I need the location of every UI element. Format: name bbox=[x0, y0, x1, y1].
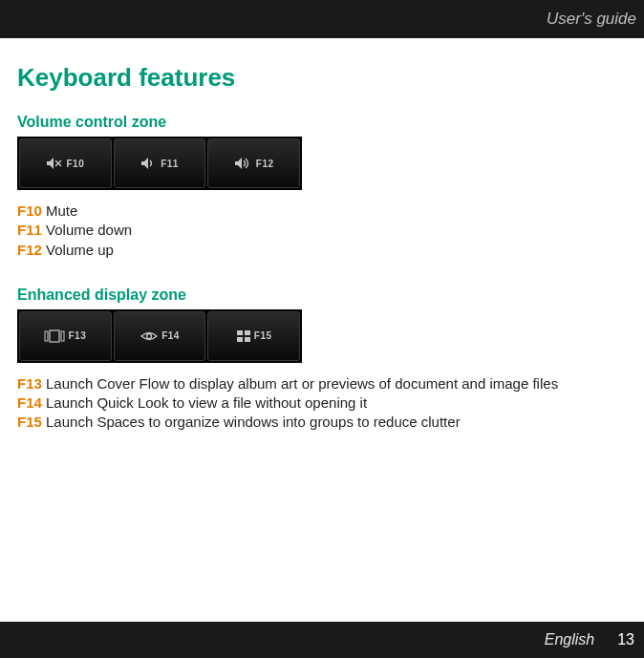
vol-down-icon bbox=[140, 157, 158, 170]
desc-text: Mute bbox=[46, 202, 77, 219]
key-strip-display: F13 F14 bbox=[17, 309, 302, 363]
desc-list-volume: F10 Mute F11 Volume down F12 Volume up bbox=[17, 202, 627, 260]
section-volume: Volume control zone F10 bbox=[17, 114, 627, 260]
desc-line: F11 Volume down bbox=[17, 221, 627, 240]
key-label: F10 bbox=[66, 159, 84, 169]
desc-line: F10 Mute bbox=[17, 202, 627, 221]
svg-rect-9 bbox=[245, 337, 250, 342]
header-bar: User's guide bbox=[0, 0, 644, 38]
fkey-label: F13 bbox=[17, 375, 42, 392]
key-label: F13 bbox=[68, 330, 86, 341]
content-area: Keyboard features Volume control zone F1… bbox=[0, 38, 644, 433]
section-display: Enhanced display zone F13 bbox=[17, 287, 627, 433]
vol-up-icon bbox=[234, 157, 253, 170]
desc-text: Launch Quick Look to view a file without… bbox=[46, 394, 367, 411]
desc-line: F12 Volume up bbox=[17, 241, 627, 260]
key-f12: F12 bbox=[207, 138, 300, 188]
key-label: F15 bbox=[254, 330, 272, 341]
key-f13: F13 bbox=[19, 311, 112, 361]
desc-text: Launch Cover Flow to display album art o… bbox=[46, 375, 558, 392]
desc-text: Launch Spaces to organize windows into g… bbox=[46, 414, 461, 430]
svg-rect-6 bbox=[237, 330, 243, 335]
footer-page-number: 13 bbox=[617, 631, 634, 648]
svg-rect-2 bbox=[45, 331, 48, 341]
svg-rect-4 bbox=[61, 331, 64, 341]
section-title: Enhanced display zone bbox=[17, 287, 627, 304]
fkey-label: F10 bbox=[17, 202, 42, 219]
fkey-label: F15 bbox=[17, 414, 42, 430]
desc-line: F13 Launch Cover Flow to display album a… bbox=[17, 374, 627, 393]
key-strip-volume: F10 F11 F12 bbox=[17, 137, 302, 190]
header-title: User's guide bbox=[547, 10, 636, 29]
footer-bar: English 13 bbox=[0, 622, 644, 658]
key-f15: F15 bbox=[207, 311, 300, 361]
key-f14: F14 bbox=[114, 311, 206, 361]
desc-text: Volume up bbox=[46, 242, 114, 258]
desc-line: F15 Launch Spaces to organize windows in… bbox=[17, 413, 627, 432]
key-label: F14 bbox=[161, 330, 180, 341]
key-f10: F10 bbox=[19, 138, 112, 188]
key-f11: F11 bbox=[114, 138, 206, 188]
svg-point-5 bbox=[147, 333, 152, 338]
section-title: Volume control zone bbox=[17, 114, 627, 131]
quicklook-icon bbox=[140, 329, 159, 343]
svg-rect-3 bbox=[50, 330, 59, 342]
desc-list-display: F13 Launch Cover Flow to display album a… bbox=[17, 374, 627, 433]
footer-language: English bbox=[545, 631, 594, 648]
desc-text: Volume down bbox=[46, 222, 132, 238]
desc-line: F14 Launch Quick Look to view a file wit… bbox=[17, 393, 627, 413]
key-label: F11 bbox=[161, 159, 179, 169]
coverflow-icon bbox=[44, 329, 65, 343]
svg-rect-8 bbox=[237, 337, 243, 342]
mute-icon bbox=[46, 157, 63, 170]
key-label: F12 bbox=[256, 159, 274, 169]
spaces-icon bbox=[236, 329, 251, 343]
fkey-label: F14 bbox=[17, 394, 42, 411]
fkey-label: F12 bbox=[17, 242, 42, 258]
svg-rect-7 bbox=[245, 330, 250, 335]
fkey-label: F11 bbox=[17, 222, 42, 238]
page-title: Keyboard features bbox=[17, 63, 627, 93]
